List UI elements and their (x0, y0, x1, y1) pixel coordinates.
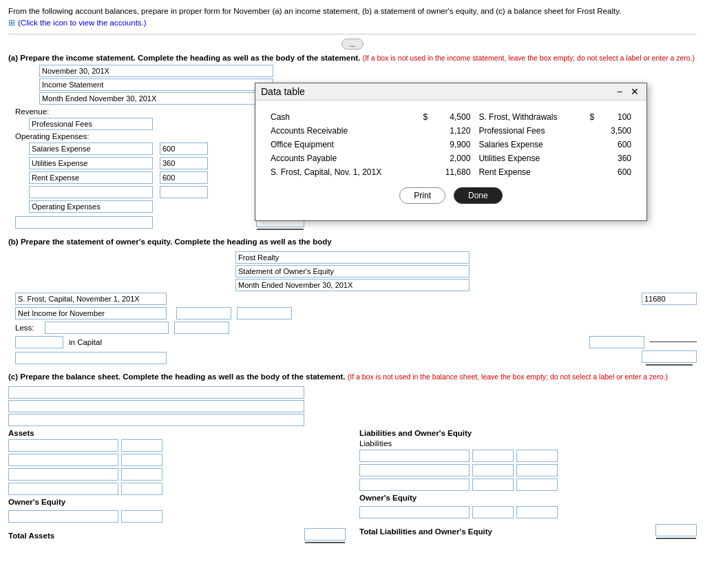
cell-salaries-dollar (586, 138, 599, 151)
net-income-row (8, 307, 697, 319)
modal-close-button[interactable]: ✕ (629, 86, 641, 97)
owners-equity-heading: Owner's Equity (8, 498, 65, 506)
modal-title: Data table (261, 86, 305, 97)
total-assets-val-input[interactable] (304, 528, 346, 540)
salaries-label-input[interactable] (29, 143, 153, 155)
bs-heading2-input[interactable] (8, 400, 304, 412)
accounts-link[interactable]: ⊞ (Click the icon to view the accounts.) (8, 17, 147, 29)
asset2-label-input[interactable] (8, 454, 118, 466)
print-button[interactable]: Print (399, 187, 445, 204)
capital-value-input[interactable] (642, 293, 697, 305)
asset3-val-input[interactable] (121, 468, 162, 481)
asset4-label-input[interactable] (8, 483, 118, 495)
equity-section: Less: in Capital (8, 251, 697, 366)
salaries-value-input[interactable] (160, 143, 208, 155)
asset3-label-input[interactable] (8, 468, 118, 481)
asset-row-3 (8, 468, 346, 481)
top-divider (8, 34, 697, 34)
blank-expense-value-input[interactable] (160, 186, 208, 198)
asset2-val-input[interactable] (121, 454, 162, 466)
equity-final-label-input[interactable] (15, 352, 167, 364)
cell-ap-label: Accounts Payable (266, 151, 419, 165)
equity-bs-row1 (8, 510, 346, 523)
equity-bs-label-input[interactable] (8, 510, 118, 523)
table-row: Accounts Payable 2,000 Utilities Expense… (266, 151, 635, 165)
equity-heading2-input[interactable] (235, 265, 470, 277)
collapse-button[interactable]: ... (341, 39, 363, 50)
cell-withdrawals-label: S. Frost, Withdrawals (474, 110, 585, 124)
net-income-col2-input[interactable] (237, 307, 292, 319)
equity-final-val-input[interactable] (642, 350, 697, 363)
equity-final-row (8, 350, 697, 366)
equity-heading3-input[interactable] (235, 279, 470, 291)
cell-capital-dollar (419, 165, 432, 179)
liability1-val1-input[interactable] (472, 450, 514, 462)
cell-capital-val: 11,680 (432, 165, 474, 179)
capital-row (8, 293, 697, 305)
heading-line1-input[interactable] (39, 65, 273, 77)
bs-heading1-input[interactable] (8, 386, 304, 399)
total-assets-row: Total Assets (8, 528, 346, 543)
asset1-val-input[interactable] (121, 439, 162, 452)
liabilities-heading: Liabilities and Owner's Equity (359, 429, 697, 437)
net-income-label-input2[interactable] (15, 307, 167, 319)
done-button[interactable]: Done (454, 187, 503, 204)
intro-text: From the following account balances, pre… (8, 6, 697, 30)
utilities-value-input[interactable] (160, 157, 208, 169)
less-label-input[interactable] (45, 322, 169, 334)
total-liabilities-row: Total Liabilities and Owner's Equity (359, 524, 697, 539)
in-capital-row: in Capital (8, 336, 697, 348)
professional-fees-label-input[interactable] (29, 118, 153, 130)
liability3-val2-input[interactable] (516, 479, 558, 491)
heading-line3-input[interactable] (39, 92, 273, 105)
modal-minimize-button[interactable]: − (615, 86, 624, 97)
asset1-label-input[interactable] (8, 439, 118, 452)
in-capital-prefix-input[interactable] (15, 336, 63, 348)
liability-row-2 (359, 464, 697, 476)
net-income-val-input[interactable] (176, 307, 231, 319)
bs-heading-row3 (8, 414, 697, 426)
grid-icon: ⊞ (8, 17, 15, 29)
modal-controls: − ✕ (615, 86, 641, 97)
oe-bs-val2-input[interactable] (516, 506, 558, 518)
net-income-label-input[interactable] (15, 216, 153, 229)
rent-value-input[interactable] (160, 171, 208, 184)
liability3-label-input[interactable] (359, 479, 470, 491)
in-capital-val-input[interactable] (589, 336, 644, 348)
liability1-label-input[interactable] (359, 450, 470, 462)
oe-bs-val1-input[interactable] (472, 506, 514, 518)
liability2-val1-input[interactable] (472, 464, 514, 476)
table-row: Cash $ 4,500 S. Frost, Withdrawals $ 100 (266, 110, 635, 124)
cell-capital-label: S. Frost, Capital, Nov. 1, 201X (266, 165, 419, 179)
total-liabilities-val-input[interactable] (655, 524, 697, 536)
heading-line2-input[interactable] (39, 78, 273, 91)
liability1-val2-input[interactable] (516, 450, 558, 462)
liability2-label-input[interactable] (359, 464, 470, 476)
op-exp-total-label-input[interactable] (29, 200, 153, 213)
cell-cash-dollar: $ (419, 110, 432, 124)
equity-heading1-input[interactable] (235, 251, 470, 264)
cell-profees-dollar (586, 124, 599, 138)
cell-rent-val: 600 (598, 165, 635, 179)
cell-utilities-label: Utilities Expense (474, 151, 585, 165)
income-statement-section: Revenue: Operating Expenses: (8, 65, 697, 232)
utilities-label-input[interactable] (29, 157, 153, 169)
blank-expense-label-input[interactable] (29, 186, 153, 198)
bs-heading3-input[interactable] (8, 414, 304, 426)
asset-row-4 (8, 483, 346, 495)
owner-equity-row-bs: Owner's Equity (8, 498, 346, 508)
capital-label-input[interactable] (15, 293, 167, 305)
cell-rent-label: Rent Expense (474, 165, 585, 179)
equity-bs-val-input[interactable] (121, 510, 162, 523)
asset4-val-input[interactable] (121, 483, 162, 495)
equity-heading-row-1 (8, 251, 697, 264)
less-val-input[interactable] (174, 322, 229, 334)
table-row: Office Equipment 9,900 Salaries Expense … (266, 138, 635, 151)
liability3-val1-input[interactable] (472, 479, 514, 491)
section-a-note: (If a box is not used in the income stat… (362, 54, 695, 62)
oe-bs-label-input[interactable] (359, 506, 470, 518)
liability2-val2-input[interactable] (516, 464, 558, 476)
cell-ap-val: 2,000 (432, 151, 474, 165)
bs-heading-row2 (8, 400, 697, 412)
rent-label-input[interactable] (29, 171, 153, 184)
